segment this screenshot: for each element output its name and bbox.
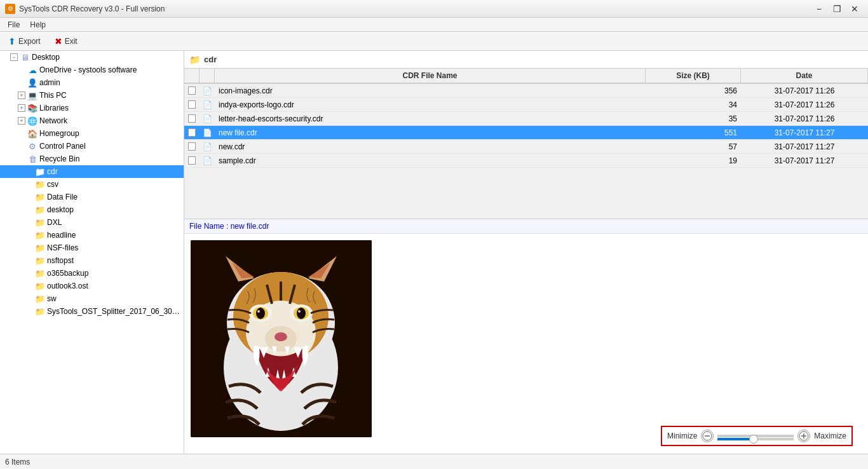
row-icon-4: 📄 (200, 128, 215, 137)
path-text: cdr (204, 55, 217, 64)
expand-icon-outlook3ost (25, 282, 33, 290)
app-icon: ⚙ (5, 4, 15, 14)
checkbox-6[interactable] (188, 156, 196, 165)
menu-help[interactable]: Help (25, 19, 51, 31)
row-checkbox-1[interactable] (184, 86, 200, 95)
svg-point-13 (256, 308, 265, 319)
csv-icon: 📁 (35, 179, 45, 189)
title-bar-left: ⚙ SysTools CDR Recovery v3.0 - Full vers… (5, 4, 165, 14)
expand-icon-nsffiles (25, 244, 33, 252)
zoom-slider[interactable] (717, 435, 794, 437)
expand-icon-admin (18, 79, 25, 86)
expand-icon-desktop[interactable] (10, 53, 18, 61)
toolbar: ⬆ Export ✖ Exit (0, 32, 868, 51)
maximize-zoom-label: Maximize (814, 432, 846, 440)
sidebar-item-controlpanel[interactable]: ⚙ Control Panel (0, 140, 184, 153)
preview-content: Minimize (184, 234, 868, 454)
sidebar-item-libraries[interactable]: 📚 Libraries (0, 102, 184, 114)
row-name-6: sample.cdr (215, 156, 646, 165)
zoom-in-button[interactable] (797, 430, 810, 442)
expand-icon-sw (25, 295, 33, 302)
sidebar-item-cdr[interactable]: 📁 cdr (0, 165, 184, 178)
th-size[interactable]: Size (KB) (646, 69, 741, 83)
zoom-out-icon (702, 431, 712, 441)
sidebar-item-homegroup[interactable]: 🏠 Homegroup (0, 127, 184, 140)
expand-icon-controlpanel (18, 142, 25, 150)
checkbox-1[interactable] (188, 86, 196, 95)
sidebar-item-nsftopst[interactable]: 📁 nsftopst (0, 254, 184, 267)
row-icon-3: 📄 (200, 114, 215, 123)
sidebar-item-admin[interactable]: 👤 admin (0, 76, 184, 89)
zoom-controls: Minimize (661, 426, 853, 446)
maximize-button[interactable]: ❐ (829, 3, 845, 15)
row-date-2: 31-07-2017 11:26 (741, 100, 868, 109)
file-row[interactable]: 📄 indya-exports-logo.cdr 34 31-07-2017 1… (184, 98, 868, 112)
sidebar-label-cdr: cdr (47, 167, 58, 176)
sidebar-label-systoolssplit: SysTools_OST_Splitter_2017_06_30_05_38_3… (47, 307, 181, 316)
sidebar-label-onedrive: OneDrive - systools software (39, 65, 137, 74)
outlook3ost-icon: 📁 (35, 281, 45, 291)
checkbox-2[interactable] (188, 100, 196, 109)
right-panel: 📁 cdr CDR File Name Size (KB) Date (184, 51, 868, 454)
row-icon-6: 📄 (200, 156, 215, 165)
row-size-4: 551 (646, 128, 741, 137)
close-button[interactable]: ✕ (846, 3, 863, 15)
sidebar-item-o365backup[interactable]: 📁 o365backup (0, 267, 184, 280)
sidebar-item-outlook3ost[interactable]: 📁 outlook3.ost (0, 280, 184, 292)
menu-file[interactable]: File (3, 19, 25, 31)
expand-icon-dxl (25, 219, 33, 226)
expand-icon-libraries[interactable] (18, 104, 25, 112)
controlpanel-icon: ⚙ (27, 141, 37, 151)
file-row[interactable]: 📄 icon-images.cdr 356 31-07-2017 11:26 (184, 84, 868, 98)
cdr-icon: 📁 (35, 167, 45, 177)
file-row[interactable]: 📄 letter-head-escorts-security.cdr 35 31… (184, 112, 868, 126)
sidebar-item-recyclebin[interactable]: 🗑 Recycle Bin (0, 153, 184, 165)
expand-icon-desktop2 (25, 206, 33, 214)
sidebar-label-o365backup: o365backup (47, 269, 88, 278)
exit-button[interactable]: ✖ Exit (49, 34, 83, 49)
app-title: SysTools CDR Recovery v3.0 - Full versio… (19, 4, 165, 13)
sidebar-item-csv[interactable]: 📁 csv (0, 178, 184, 191)
sidebar-item-dxl[interactable]: 📁 DXL (0, 216, 184, 229)
row-checkbox-2[interactable] (184, 100, 200, 109)
file-row[interactable]: 📄 new.cdr 57 31-07-2017 11:27 (184, 140, 868, 154)
expand-icon-csv (25, 180, 33, 188)
thispc-icon: 💻 (27, 90, 37, 100)
row-checkbox-3[interactable] (184, 114, 200, 123)
th-date[interactable]: Date (741, 69, 868, 83)
row-checkbox-4[interactable] (184, 128, 200, 137)
file-list: 📄 icon-images.cdr 356 31-07-2017 11:26 📄… (184, 84, 868, 219)
export-button[interactable]: ⬆ Export (3, 34, 46, 49)
sidebar-label-nsffiles: NSF-files (47, 243, 78, 252)
row-checkbox-6[interactable] (184, 156, 200, 165)
checkbox-4[interactable] (188, 128, 196, 137)
checkbox-5[interactable] (188, 142, 196, 151)
minimize-button[interactable]: − (811, 3, 827, 15)
nsftopst-icon: 📁 (35, 255, 45, 266)
th-icon (200, 69, 215, 83)
datafile-icon: 📁 (35, 192, 45, 202)
sidebar-item-systoolssplit[interactable]: 📁 SysTools_OST_Splitter_2017_06_30_05_38… (0, 305, 184, 318)
sidebar-label-homegroup: Homegroup (39, 129, 79, 138)
file-row[interactable]: 📄 sample.cdr 19 31-07-2017 11:27 (184, 154, 868, 168)
row-name-3: letter-head-escorts-security.cdr (215, 114, 646, 123)
sidebar-item-desktop2[interactable]: 📁 desktop (0, 203, 184, 216)
sidebar-item-datafile[interactable]: 📁 Data File (0, 191, 184, 203)
th-name[interactable]: CDR File Name (215, 69, 646, 83)
nsffiles-icon: 📁 (35, 243, 45, 253)
expand-icon-network[interactable] (18, 117, 25, 125)
expand-icon-thispc[interactable] (18, 92, 25, 99)
zoom-thumb[interactable] (749, 435, 758, 444)
checkbox-3[interactable] (188, 114, 196, 123)
sidebar-item-onedrive[interactable]: ☁ OneDrive - systools software (0, 64, 184, 76)
zoom-out-button[interactable] (701, 430, 714, 442)
exit-icon: ✖ (55, 36, 62, 46)
file-row-selected[interactable]: 📄 new file.cdr 551 31-07-2017 11:27 (184, 126, 868, 140)
sidebar-item-thispc[interactable]: 💻 This PC (0, 89, 184, 102)
sidebar-item-headline[interactable]: 📁 headline (0, 229, 184, 241)
row-checkbox-5[interactable] (184, 142, 200, 151)
sidebar-item-sw[interactable]: 📁 sw (0, 292, 184, 305)
sidebar-item-nsffiles[interactable]: 📁 NSF-files (0, 241, 184, 254)
sidebar-item-desktop[interactable]: 🖥 Desktop (0, 51, 184, 64)
sidebar-item-network[interactable]: 🌐 Network (0, 114, 184, 127)
